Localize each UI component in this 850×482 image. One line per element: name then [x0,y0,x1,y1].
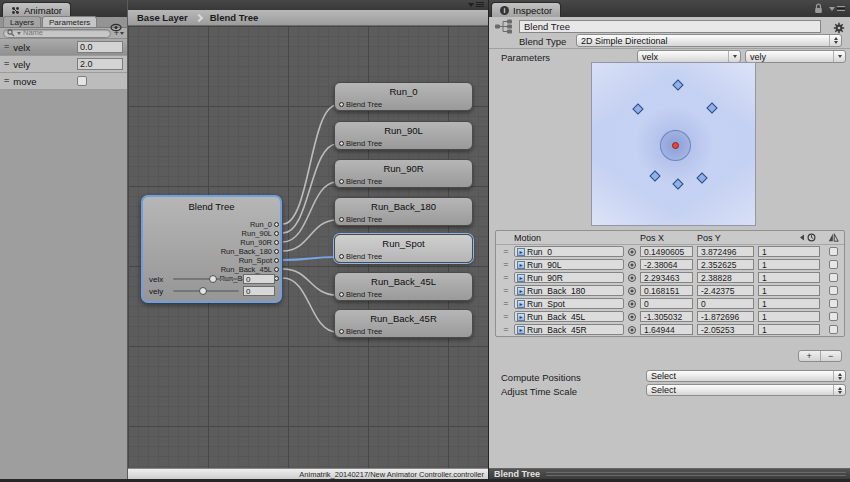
speed-field[interactable]: 1 [758,272,820,283]
pos-y-field[interactable]: -2.05253 [697,324,754,335]
slider-value-field[interactable]: 0 [243,274,275,284]
object-picker-icon[interactable] [628,287,636,295]
speed-field[interactable]: 1 [758,259,820,270]
drag-handle-icon[interactable]: = [498,312,514,321]
blend-tree-node[interactable]: Blend Tree Run_0Run_90LRun_90RRun_Back_1… [141,195,282,303]
preview-pane-header[interactable]: Blend Tree [489,468,850,479]
drag-handle-icon[interactable]: = [498,247,514,256]
window-menu-icon[interactable] [468,2,484,7]
motion-object-field[interactable]: ▸Run_Back_45R [514,324,624,335]
blend-sample-marker[interactable] [673,179,684,190]
parameter-checkbox[interactable] [77,76,87,86]
object-picker-icon[interactable] [628,261,636,269]
lock-icon[interactable] [814,3,823,14]
eye-icon[interactable] [110,18,122,36]
speed-field[interactable]: 1 [758,324,820,335]
transition-wire[interactable] [283,220,337,251]
blend-tree-name-field[interactable]: Blend Tree [519,20,821,33]
drag-handle-icon[interactable]: = [498,286,514,295]
motion-object-field[interactable]: ▸Run_90L [514,259,624,270]
blend-2d-preview[interactable] [591,62,756,226]
parameter-row[interactable]: =vely2.0 [0,56,127,73]
parameter-row[interactable]: =velx0.0 [0,39,127,56]
state-node[interactable]: Run_SpotBlend Tree [334,234,473,263]
mirror-checkbox[interactable] [829,286,838,295]
motion-object-field[interactable]: ▸Run_Back_45L [514,311,624,322]
tab-inspector[interactable]: i Inspector [491,2,561,17]
speed-field[interactable]: 1 [758,285,820,296]
drag-handle-icon[interactable]: = [498,273,514,282]
pos-x-field[interactable]: 0.1490605 [640,246,693,257]
pos-x-field[interactable]: 0 [640,298,693,309]
transition-wire[interactable] [283,269,337,295]
mirror-checkbox[interactable] [829,247,838,256]
pos-y-field[interactable]: -2.42375 [697,285,754,296]
mirror-checkbox[interactable] [829,260,838,269]
pos-x-field[interactable]: -1.305032 [640,311,693,322]
drag-handle-icon[interactable]: = [498,260,514,269]
object-picker-icon[interactable] [628,326,636,334]
mirror-checkbox[interactable] [829,312,838,321]
blend-type-dropdown[interactable]: 2D Simple Directional [576,34,842,47]
parameter-value-field[interactable]: 2.0 [77,58,123,70]
motion-object-field[interactable]: ▸Run_Back_180 [514,285,624,296]
parameter-row[interactable]: =move [0,73,127,90]
blend-sample-marker[interactable] [706,103,717,114]
remove-motion-button[interactable]: − [820,351,842,361]
mirror-checkbox[interactable] [829,299,838,308]
preview-drag-grip[interactable] [546,472,846,477]
pos-y-field[interactable]: 2.38828 [697,272,754,283]
breadcrumb-item[interactable]: Blend Tree [210,12,259,23]
search-input[interactable]: Name [3,29,111,38]
graph-canvas[interactable]: Blend Tree Run_0Run_90LRun_90RRun_Back_1… [128,26,488,468]
slider-value-field[interactable]: 0 [243,286,275,296]
object-picker-icon[interactable] [628,300,636,308]
transition-wire[interactable] [283,105,337,224]
adjust-time-scale-dropdown[interactable]: Select [646,384,846,396]
add-motion-button[interactable]: + [799,351,820,361]
motion-object-field[interactable]: ▸Run_Spot [514,298,624,309]
speed-field[interactable]: 1 [758,298,820,309]
pos-y-field[interactable]: 0 [697,298,754,309]
slider-track[interactable] [173,290,239,292]
pos-x-field[interactable]: 2.293463 [640,272,693,283]
drag-handle-icon[interactable]: = [498,299,514,308]
pos-x-field[interactable]: -2.38064 [640,259,693,270]
state-node[interactable]: Run_90RBlend Tree [334,159,473,188]
motion-object-field[interactable]: ▸Run_90R [514,272,624,283]
mirror-checkbox[interactable] [829,273,838,282]
parameter-y-dropdown[interactable]: vely [745,50,846,63]
pos-y-field[interactable]: -1.872696 [697,311,754,322]
blend-sample-marker[interactable] [696,173,707,184]
transition-wire[interactable] [283,278,337,332]
blend-sample-marker[interactable] [672,79,683,90]
pos-y-field[interactable]: 2.352625 [697,259,754,270]
tab-layers[interactable]: Layers [3,16,41,27]
blend-position-dot[interactable] [672,142,679,149]
state-node[interactable]: Run_Back_45LBlend Tree [334,272,473,301]
inspector-menu-icon[interactable] [829,6,845,11]
transition-wire[interactable] [283,257,337,260]
object-picker-icon[interactable] [628,313,636,321]
drag-handle-icon[interactable]: = [498,325,514,334]
tab-parameters[interactable]: Parameters [42,16,97,27]
object-picker-icon[interactable] [628,274,636,282]
blend-sample-marker[interactable] [649,170,660,181]
speed-field[interactable]: 1 [758,311,820,322]
breadcrumb-item[interactable]: Base Layer [137,12,188,23]
state-node[interactable]: Run_0Blend Tree [334,82,473,111]
parameter-value-field[interactable]: 0.0 [77,41,123,53]
motion-object-field[interactable]: ▸Run_0 [514,246,624,257]
state-node[interactable]: Run_Back_180Blend Tree [334,197,473,226]
slider-thumb[interactable] [209,275,217,283]
pos-y-field[interactable]: 3.872496 [697,246,754,257]
slider-thumb[interactable] [199,287,207,295]
compute-positions-dropdown[interactable]: Select [646,370,846,382]
object-picker-icon[interactable] [628,248,636,256]
blend-sample-marker[interactable] [632,103,643,114]
speed-field[interactable]: 1 [758,246,820,257]
pos-x-field[interactable]: 0.168151 [640,285,693,296]
state-node[interactable]: Run_90LBlend Tree [334,121,473,150]
state-node[interactable]: Run_Back_45RBlend Tree [334,309,473,338]
mirror-checkbox[interactable] [829,325,838,334]
